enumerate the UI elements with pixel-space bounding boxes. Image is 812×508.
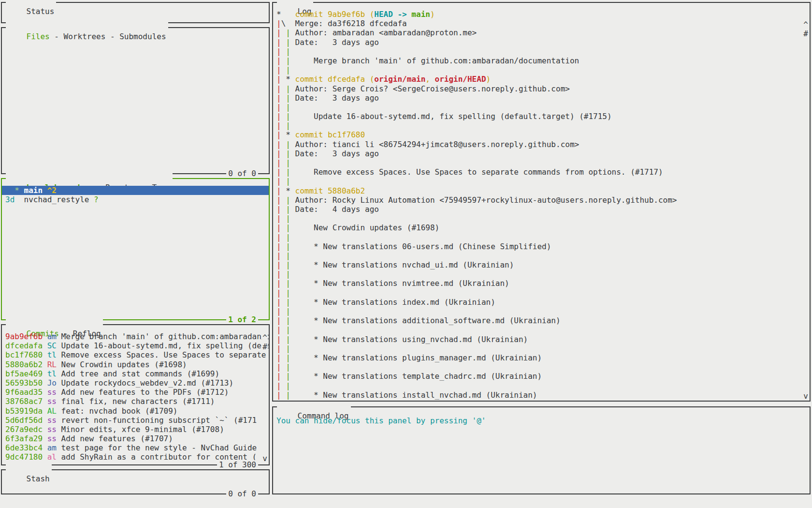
scrollbar-thumb[interactable]: # <box>262 342 268 351</box>
log-line: | | * New translations nvimtree.md (Ukra… <box>273 279 810 288</box>
branches-count: 1 of 2 <box>226 315 258 325</box>
commit-row[interactable]: 38768ac7 ss final fix, new characters (#… <box>2 397 269 406</box>
commit-row[interactable]: 9ab9ef6b am Merge branch 'main' of githu… <box>2 332 269 341</box>
commit-row[interactable]: 6de33bc4 am test page for the new style … <box>2 443 269 452</box>
branch-row[interactable]: 3d nvchad_restyle ? <box>2 195 269 204</box>
log-line: | | Date: 4 days ago <box>273 205 810 214</box>
files-list <box>2 28 269 173</box>
log-lines: * commit 9ab9ef6b (HEAD -> main)|\ Merge… <box>273 3 810 401</box>
commit-list: 9ab9ef6b am Merge branch 'main' of githu… <box>2 325 269 464</box>
commit-row[interactable]: 6f3afa29 ss Add new features (#1707) <box>2 434 269 443</box>
log-line: | | <box>273 47 810 56</box>
log-line: |\ Merge: da3f6218 dfcedafa <box>273 19 810 28</box>
stash-panel[interactable]: Stash 0 of 0 <box>1 469 270 494</box>
log-line: | | Remove excess Spaces. Use Spaces to … <box>273 167 810 177</box>
log-line: | | Author: tianci li <86754294+jimcat8@… <box>273 140 810 149</box>
log-line: | * commit 5880a6b2 <box>273 186 810 195</box>
log-line: | | <box>273 233 810 242</box>
status-line: ^2 documentation > main <box>2 10 269 19</box>
log-line: | | Author: Rocky Linux Automation <7594… <box>273 195 810 205</box>
commit-row[interactable]: b53919da AL feat: nvchad book (#1709) <box>2 406 269 416</box>
log-line: | | <box>273 103 810 112</box>
scrollbar-thumb[interactable]: # <box>803 29 809 38</box>
command-log-tip: Random tip: You can page through the ite… <box>273 434 810 444</box>
log-line: | * commit dfcedafa (origin/main, origin… <box>273 75 810 84</box>
log-line: | | <box>273 158 810 167</box>
scrollbar-up-arrow[interactable]: ^ <box>262 333 268 342</box>
branch-list: * main ^23d nvchad_restyle ? <box>2 179 269 319</box>
log-line: | * commit bc1f7680 <box>273 130 810 139</box>
commit-row[interactable]: 5d6df56d ss revert non-functioning subsc… <box>2 416 269 425</box>
commit-row[interactable]: bc1f7680 tl Remove excess Spaces. Use Sp… <box>2 350 269 359</box>
log-line: | | New Crowdin updates (#1698) <box>273 223 810 232</box>
commits-panel[interactable]: Commits - Reflog 9ab9ef6b am Merge branc… <box>1 324 270 465</box>
log-line: | | Date: 3 days ago <box>273 93 810 103</box>
commit-row[interactable]: 267a9edc ss Minor edits, xfce 9-minimal … <box>2 425 269 434</box>
commit-row[interactable]: 5880a6b2 RL New Crowdin updates (#1698) <box>2 360 269 369</box>
log-line: | | <box>273 307 810 316</box>
log-line: | | <box>273 344 810 353</box>
log-panel[interactable]: Log * commit 9ab9ef6b (HEAD -> main)|\ M… <box>272 2 811 402</box>
log-line: | | * New translations nvchad_ui.md (Ukr… <box>273 260 810 269</box>
commit-row[interactable]: 9f6aad35 ss Add new features to the PDFs… <box>2 388 269 397</box>
log-line: | | Author: Serge Crois? <SergeCroise@us… <box>273 84 810 93</box>
log-line: | | <box>273 121 810 130</box>
bottom-status-bar: <pgup>/<pgdown>: Scroll, <esc>: Cancel, … <box>0 496 812 508</box>
log-line: | | <box>273 65 810 75</box>
command-log-hint: You can hide/focus this panel by pressin… <box>273 416 810 425</box>
log-line: | | Update 16-about-sytemd.md, fix spell… <box>273 112 810 121</box>
log-line: | | Date: 3 days ago <box>273 38 810 47</box>
scrollbar-down-arrow[interactable]: v <box>262 454 268 463</box>
log-line: | | * New translations plugins_manager.m… <box>273 353 810 362</box>
log-line: | | <box>273 251 810 260</box>
scrollbar-up-arrow[interactable]: ^ <box>803 20 809 29</box>
files-count: 0 of 0 <box>226 169 258 179</box>
branch-row[interactable]: * main ^2 <box>2 186 269 195</box>
log-line: | | * New translations 06-users.md (Chin… <box>273 242 810 251</box>
log-line: | | * New translations additional_softwa… <box>273 316 810 325</box>
log-line: * commit 9ab9ef6b (HEAD -> main) <box>273 10 810 19</box>
log-line: | | Author: ambaradan <ambaradan@proton.… <box>273 28 810 37</box>
log-line: | | <box>273 362 810 372</box>
log-line: | | <box>273 381 810 390</box>
log-line: | | Date: 3 days ago <box>273 149 810 158</box>
commit-row[interactable]: bf5ae469 tl Add tree and stat commands (… <box>2 369 269 378</box>
log-line: | | * New translations install_nvchad.md… <box>273 390 810 400</box>
log-line: | | <box>273 269 810 279</box>
log-line: | | <box>273 288 810 298</box>
commits-count: 1 of 300 <box>217 460 258 470</box>
scrollbar-down-arrow[interactable]: v <box>803 391 809 401</box>
log-line: | | <box>273 177 810 186</box>
command-log-panel[interactable]: Command log You can hide/focus this pane… <box>272 406 811 494</box>
files-panel[interactable]: Files - Worktrees - Submodules 0 of 0 <box>1 27 270 174</box>
command-log-blank-line <box>273 425 810 434</box>
status-panel[interactable]: Status ^2 documentation > main <box>1 2 270 23</box>
log-line: | | <box>273 325 810 334</box>
commit-row[interactable]: dfcedafa SC Update 16-about-sytemd.md, f… <box>2 341 269 350</box>
log-line: | | Merge branch 'main' of github.com:am… <box>273 56 810 65</box>
branches-panel[interactable]: Local branches - Remotes - Tags * main ^… <box>1 178 270 320</box>
log-line: | | * New translations template_chadrc.m… <box>273 372 810 381</box>
log-line: | | * New translations using_nvchad.md (… <box>273 335 810 344</box>
log-line: | | <box>273 214 810 223</box>
log-line: | | * New translations index.md (Ukraini… <box>273 298 810 307</box>
commit-row[interactable]: 56593b50 Jo Update rockydocs_webdev_v2.m… <box>2 378 269 388</box>
